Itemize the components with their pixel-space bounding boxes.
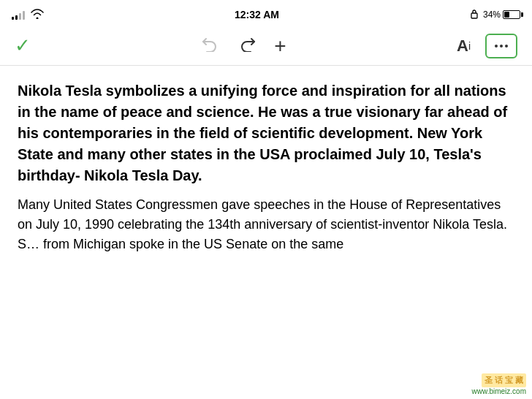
- watermark-url: www.bimeiz.com: [472, 387, 526, 395]
- battery-icon: [503, 10, 520, 19]
- status-bar: 12:32 AM 34%: [0, 0, 532, 26]
- battery-indicator: 34%: [483, 10, 520, 20]
- toolbar-right: Ai: [457, 34, 517, 58]
- toolbar-center: +: [201, 34, 286, 58]
- more-options-button[interactable]: [485, 34, 517, 58]
- normal-text-block: Many United States Congressmen gave spee…: [18, 195, 514, 254]
- status-left: [12, 9, 44, 21]
- watermark: 圣 话 宝 藏 www.bimeiz.com: [371, 332, 532, 398]
- dot-3: [505, 45, 508, 48]
- status-right: 34%: [470, 9, 520, 21]
- dot-2: [500, 45, 503, 48]
- font-format-large-a: A: [457, 37, 468, 56]
- document-content[interactable]: Nikola Tesla symbolizes a unifying force…: [0, 66, 532, 398]
- toolbar-left: ✓: [15, 34, 31, 57]
- font-format-button[interactable]: Ai: [457, 37, 471, 56]
- redo-button[interactable]: [238, 36, 256, 56]
- time-display: 12:32 AM: [235, 9, 279, 20]
- battery-percent: 34%: [483, 10, 501, 20]
- svg-rect-0: [471, 13, 477, 18]
- bold-text-block: Nikola Tesla symbolizes a unifying force…: [18, 80, 514, 186]
- undo-button[interactable]: [201, 36, 220, 56]
- dot-1: [495, 45, 498, 48]
- watermark-chinese: 圣 话 宝 藏: [482, 373, 526, 387]
- signal-icon: [12, 10, 25, 20]
- wifi-icon: [31, 9, 44, 21]
- lock-icon: [470, 9, 479, 21]
- confirm-button[interactable]: ✓: [15, 34, 31, 57]
- add-button[interactable]: +: [274, 34, 286, 58]
- toolbar: ✓ + Ai: [0, 26, 532, 66]
- font-format-small-a: i: [468, 40, 471, 52]
